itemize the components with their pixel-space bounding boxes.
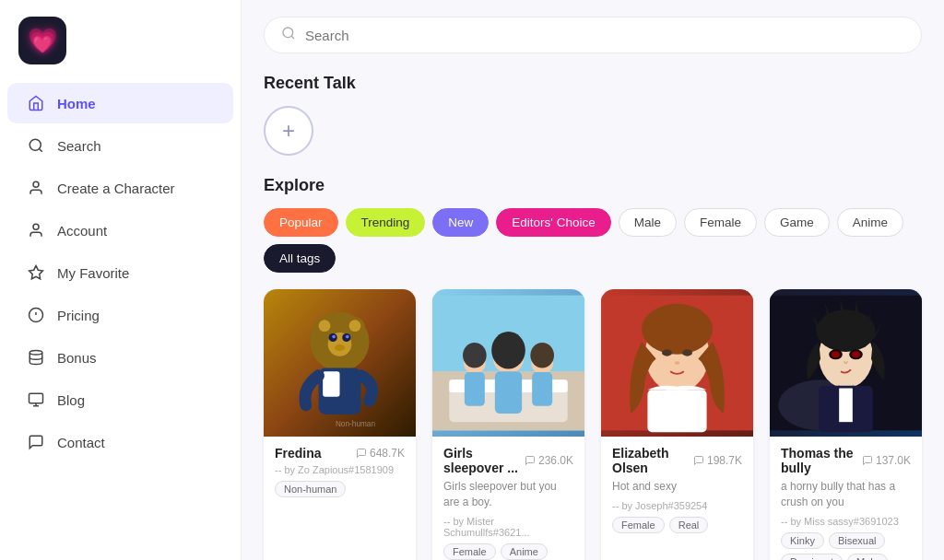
svg-point-2	[33, 181, 39, 187]
svg-rect-47	[647, 390, 706, 432]
svg-point-18	[349, 320, 361, 332]
card-girls-sleepover[interactable]: Girls sleepover ... 236.0K Girls sleepov…	[432, 289, 584, 560]
explore-section: Explore Popular Trending New Editors' Ch…	[264, 176, 922, 560]
search-icon	[281, 26, 296, 44]
nav-menu: Home Search Create a Character Account M	[0, 77, 241, 560]
search-bar[interactable]	[264, 17, 922, 53]
sidebar-label-bonus: Bonus	[57, 350, 97, 366]
svg-rect-26	[323, 371, 339, 397]
filter-anime[interactable]: Anime	[837, 208, 903, 237]
card-desc-elizabeth-olsen: Hot and sexy	[612, 479, 742, 495]
svg-line-13	[291, 36, 294, 39]
card-thomas-bully[interactable]: Thomas the bully 137.0K a horny bully th…	[770, 289, 922, 560]
card-image-thomas-bully	[770, 289, 922, 437]
create-character-icon	[26, 178, 46, 198]
sidebar-item-bonus[interactable]: Bonus	[7, 337, 233, 378]
filter-new[interactable]: New	[432, 208, 489, 237]
card-name-elizabeth-olsen: Elizabeth Olsen	[612, 446, 693, 475]
sidebar-item-home[interactable]: Home	[7, 83, 233, 123]
card-header-elizabeth-olsen: Elizabeth Olsen 198.7K	[612, 446, 742, 475]
svg-point-39	[530, 343, 554, 368]
svg-point-23	[346, 335, 349, 339]
svg-point-24	[335, 344, 345, 351]
filter-female[interactable]: Female	[684, 208, 757, 237]
pricing-icon	[26, 305, 46, 325]
svg-point-3	[33, 224, 39, 229]
sidebar-item-pricing[interactable]: Pricing	[7, 295, 233, 335]
svg-point-51	[816, 309, 875, 352]
card-image-girls-sleepover	[432, 289, 584, 437]
filter-all-tags[interactable]: All tags	[264, 244, 336, 273]
sidebar-item-favorite[interactable]: My Favorite	[7, 252, 233, 293]
sidebar-item-account[interactable]: Account	[7, 210, 233, 251]
card-desc-girls-sleepover: Girls sleepover but you are a boy.	[443, 479, 573, 510]
plus-icon: +	[282, 118, 295, 144]
app-logo: 💗	[18, 17, 66, 64]
svg-point-8	[30, 351, 42, 356]
card-elizabeth-olsen[interactable]: Elizabeth Olsen 198.7K Hot and sexy -- b…	[601, 289, 753, 560]
svg-text:Non-human: Non-human	[336, 420, 376, 428]
tag-anime-2: Anime	[501, 543, 548, 560]
card-author-fredina: -- by Zo Zapious#1581909	[275, 464, 405, 475]
filter-editors-choice[interactable]: Editors' Choice	[496, 208, 610, 237]
card-image-elizabeth-olsen	[601, 289, 753, 437]
card-author-thomas-bully: -- by Miss sassy#3691023	[781, 516, 911, 527]
card-count-thomas-bully: 137.0K	[862, 454, 911, 467]
svg-point-46	[675, 361, 680, 365]
svg-point-45	[682, 349, 692, 356]
sidebar-item-create-character[interactable]: Create a Character	[7, 168, 233, 208]
sidebar-label-create-character: Create a Character	[57, 181, 175, 196]
filter-game[interactable]: Game	[764, 208, 830, 237]
recent-talk-section: Recent Talk +	[264, 74, 922, 156]
card-tags-girls-sleepover: Female Anime	[443, 543, 573, 560]
svg-point-33	[491, 332, 525, 368]
filter-popular[interactable]: Popular	[264, 208, 338, 237]
sidebar: 💗 Home Search Create a Character	[0, 0, 242, 560]
sidebar-item-search[interactable]: Search	[7, 125, 233, 166]
sidebar-item-contact[interactable]: Contact	[7, 422, 233, 462]
bonus-icon	[26, 347, 46, 368]
blog-icon	[26, 390, 46, 410]
card-name-fredina: Fredina	[275, 446, 322, 461]
tag-dominant: Dominant	[781, 554, 843, 560]
card-body-girls-sleepover: Girls sleepover ... 236.0K Girls sleepov…	[432, 437, 584, 560]
logo-icon: 💗	[28, 27, 57, 55]
svg-point-55	[852, 351, 860, 357]
filter-tags-row: Popular Trending New Editors' Choice Mal…	[264, 208, 922, 273]
search-input[interactable]	[305, 28, 904, 43]
tag-female-2: Female	[443, 543, 496, 560]
explore-title: Explore	[264, 176, 922, 195]
card-author-elizabeth-olsen: -- by Joseph#359254	[612, 500, 742, 511]
card-tags-thomas-bully: Kinky Bisexual Dominant Male Anime	[781, 532, 911, 560]
svg-rect-57	[839, 389, 853, 423]
svg-marker-4	[30, 266, 43, 279]
tag-kinky: Kinky	[781, 532, 824, 549]
tag-male-4: Male	[847, 554, 888, 560]
card-header-thomas-bully: Thomas the bully 137.0K	[781, 446, 911, 475]
card-header-fredina: Fredina 648.7K	[275, 446, 405, 461]
card-author-girls-sleepover: -- by Mister Schumullfs#3621...	[443, 516, 573, 538]
card-fredina[interactable]: Non-human Fredina 648.7K -- by Zo Zapiou…	[264, 289, 416, 560]
card-header-girls-sleepover: Girls sleepover ... 236.0K	[443, 446, 573, 475]
card-count-fredina: 648.7K	[356, 447, 405, 460]
sidebar-item-blog[interactable]: Blog	[7, 379, 233, 420]
svg-point-44	[662, 349, 672, 356]
svg-rect-9	[30, 393, 43, 403]
tag-non-human: Non-human	[275, 481, 346, 497]
main-content: Recent Talk + Explore Popular Trending N…	[242, 0, 944, 560]
search-nav-icon	[26, 135, 46, 156]
svg-rect-37	[465, 372, 485, 406]
svg-point-17	[319, 320, 331, 332]
filter-trending[interactable]: Trending	[346, 208, 426, 237]
sidebar-label-blog: Blog	[57, 392, 85, 408]
card-tags-elizabeth-olsen: Female Real	[612, 517, 742, 533]
card-desc-thomas-bully: a horny bully that has a crush on you	[781, 479, 911, 510]
add-recent-talk-button[interactable]: +	[264, 106, 313, 156]
recent-talk-title: Recent Talk	[264, 74, 922, 93]
logo-area: 💗	[0, 0, 241, 77]
card-body-thomas-bully: Thomas the bully 137.0K a horny bully th…	[770, 437, 922, 560]
svg-line-1	[39, 148, 41, 151]
sidebar-label-account: Account	[57, 223, 107, 239]
filter-male[interactable]: Male	[619, 208, 677, 237]
svg-rect-34	[495, 371, 522, 414]
